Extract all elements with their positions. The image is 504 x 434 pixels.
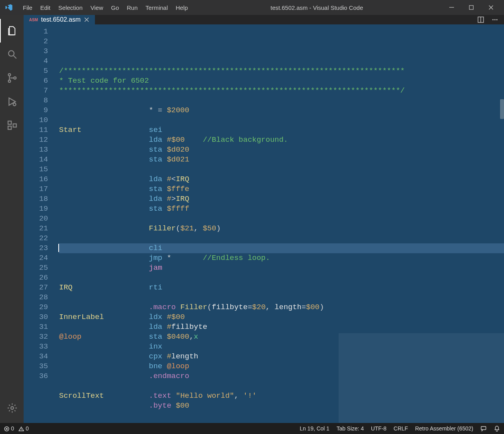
code-line[interactable] [59,165,504,174]
menu-go[interactable]: Go [107,2,123,13]
line-number: 7 [24,86,48,96]
code-line[interactable]: sta $ffff [59,204,504,214]
line-number: 21 [24,224,48,234]
code-line[interactable]: * = $2000 [59,106,504,115]
code-line[interactable]: lda #>IRQ [59,194,504,204]
code-line[interactable] [59,411,504,421]
code-line[interactable] [59,214,504,224]
line-number: 9 [24,106,48,115]
text-cursor [58,244,59,252]
svg-point-2 [9,51,14,56]
line-number: 31 [24,322,48,332]
menu-terminal[interactable]: Terminal [142,2,172,13]
menu-selection[interactable]: Selection [54,2,87,13]
feedback-icon[interactable] [480,425,487,432]
code-line[interactable]: .byte $00 [59,401,504,411]
encoding[interactable]: UTF-8 [371,425,387,432]
explorer-icon[interactable] [0,19,24,43]
extensions-icon[interactable] [0,113,24,137]
code-line[interactable]: ScrollText .text "Hello world", '!' [59,391,504,401]
code-line[interactable]: ****************************************… [59,86,504,96]
line-number: 20 [24,214,48,224]
cursor-position[interactable]: Ln 19, Col 1 [300,425,330,432]
svg-point-3 [8,74,11,76]
line-number: 33 [24,342,48,352]
code-line[interactable]: cli [59,243,504,253]
code-line[interactable]: IRQ rti [59,283,504,293]
code-line[interactable]: bne @loop [59,362,504,371]
code-line[interactable]: jmp * //Endless loop. [59,253,504,263]
line-number: 2 [24,37,48,46]
line-number: 30 [24,312,48,322]
line-number: 4 [24,56,48,66]
code-line[interactable]: InnerLabel ldx #$00 [59,312,504,322]
code-line[interactable] [59,293,504,302]
line-number: 26 [24,273,48,283]
line-number: 1 [24,27,48,37]
code-line[interactable]: lda #$00 //Black background. [59,135,504,145]
svg-rect-0 [449,7,454,7]
line-number: 29 [24,302,48,312]
language-mode[interactable]: Retro Assembler (6502) [415,425,473,432]
minimize-button[interactable] [442,0,461,15]
line-number-gutter: 1234567891011121314151617181920212223242… [24,24,55,423]
code-line[interactable]: sta $d021 [59,155,504,165]
svg-rect-18 [481,427,486,430]
code-line[interactable]: * Test code for 6502 [59,76,504,86]
tab-test-asm[interactable]: ASM test.6502.asm [24,15,95,24]
code-line[interactable]: Filler($21, $50) [59,224,504,234]
eol[interactable]: CRLF [394,425,408,432]
menu-file[interactable]: File [19,2,36,13]
code-line[interactable]: .endmacro [59,371,504,381]
source-control-icon[interactable] [0,66,24,90]
line-number: 8 [24,96,48,106]
code-line[interactable] [59,115,504,125]
code-line[interactable] [59,96,504,106]
code-line[interactable]: cpx #length [59,352,504,362]
code-line[interactable]: jam [59,263,504,273]
run-debug-icon[interactable] [0,90,24,113]
code-line[interactable]: lda #<IRQ [59,174,504,184]
menu-edit[interactable]: Edit [36,2,54,13]
close-icon[interactable] [84,17,89,22]
line-number: 3 [24,46,48,56]
svg-point-5 [14,77,16,79]
problems-status[interactable]: 0 0 [4,425,29,432]
line-number: 13 [24,145,48,155]
bell-icon[interactable] [494,425,500,432]
code-line[interactable]: inx [59,342,504,352]
code-line[interactable] [59,273,504,283]
editor-actions [477,15,504,24]
settings-gear-icon[interactable] [0,396,24,420]
maximize-button[interactable] [461,0,481,15]
code-line[interactable] [59,234,504,243]
menu-run[interactable]: Run [123,2,142,13]
tab-label: test.6502.asm [41,16,81,23]
line-number: 24 [24,253,48,263]
code-line[interactable]: @loop sta $0400,x [59,332,504,342]
line-number: 11 [24,125,48,135]
line-number: 18 [24,194,48,204]
line-number: 19 [24,204,48,214]
close-button[interactable] [481,0,501,15]
line-number: 34 [24,352,48,362]
line-number: 14 [24,155,48,165]
menu-help[interactable]: Help [172,2,192,13]
line-number: 15 [24,165,48,174]
code-line[interactable]: /***************************************… [59,66,504,76]
split-editor-icon[interactable] [477,16,484,23]
code-line[interactable]: .macro Filler(fillbyte=$20, length=$00) [59,302,504,312]
code-line[interactable]: Start sei [59,125,504,135]
more-actions-icon[interactable] [491,16,498,23]
menu-view[interactable]: View [87,2,107,13]
menubar: File Edit Selection View Go Run Terminal… [19,2,192,13]
code-line[interactable]: sta $fffe [59,184,504,194]
code-line[interactable]: lda #fillbyte [59,322,504,332]
code-line[interactable] [59,381,504,391]
tab-size[interactable]: Tab Size: 4 [337,425,364,432]
svg-point-15 [497,19,498,20]
text-editor[interactable]: 1234567891011121314151617181920212223242… [24,24,504,423]
search-icon[interactable] [0,43,24,66]
code-area[interactable]: /***************************************… [55,24,504,423]
code-line[interactable]: sta $d020 [59,145,504,155]
